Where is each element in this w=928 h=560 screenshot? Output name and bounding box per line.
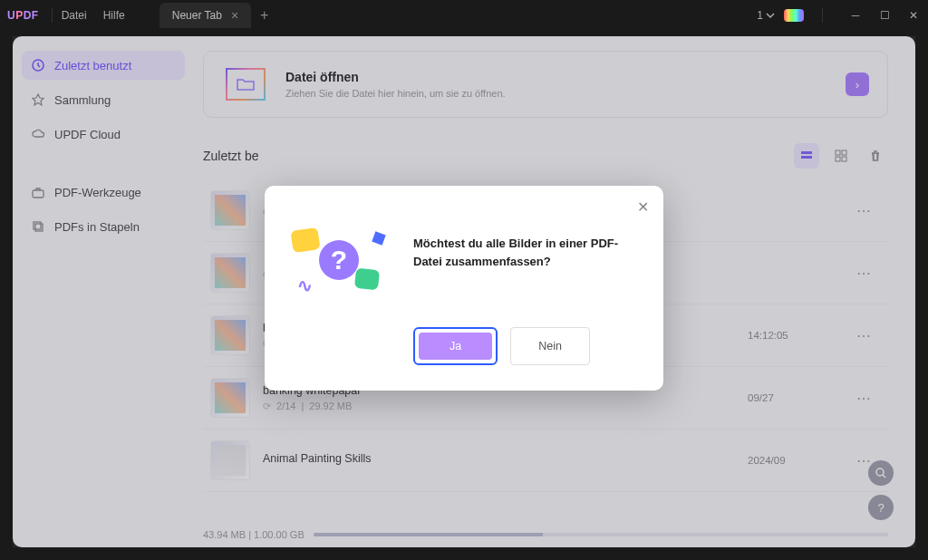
menu-help[interactable]: Hilfe	[103, 9, 125, 22]
minimize-button[interactable]: ─	[848, 9, 863, 22]
confirm-dialog: ✕ ? ∿ Möchtest du alle Bilder in einer P…	[265, 186, 663, 391]
dialog-no-button[interactable]: Nein	[510, 327, 590, 365]
tab-label: Neuer Tab	[172, 9, 222, 22]
add-tab-icon[interactable]: +	[260, 7, 268, 24]
tab-new[interactable]: Neuer Tab ×	[160, 3, 251, 28]
title-bar: UPDF Datei Hilfe Neuer Tab × + 1 ─ ☐ ✕	[0, 0, 928, 31]
dialog-message: Möchtest du alle Bilder in einer PDF-Dat…	[413, 224, 642, 270]
theme-icon[interactable]	[784, 9, 804, 22]
dialog-yes-focus: Ja	[413, 327, 498, 365]
dialog-yes-button[interactable]: Ja	[419, 333, 492, 360]
version-indicator[interactable]: 1	[757, 9, 775, 22]
chevron-down-icon	[766, 11, 775, 20]
dialog-close-icon[interactable]: ✕	[637, 198, 649, 216]
dialog-illustration: ? ∿	[286, 224, 395, 305]
close-window-button[interactable]: ✕	[906, 9, 921, 22]
maximize-button[interactable]: ☐	[877, 9, 892, 22]
app-logo: UPDF	[7, 9, 39, 22]
tab-close-icon[interactable]: ×	[231, 8, 238, 23]
menu-file[interactable]: Datei	[62, 9, 87, 22]
